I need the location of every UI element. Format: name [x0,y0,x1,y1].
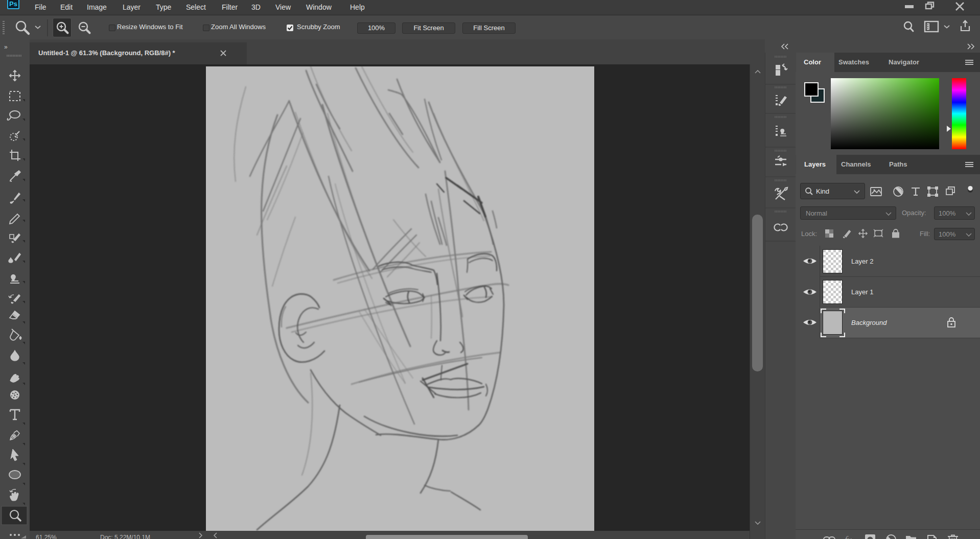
svg-text:fx: fx [845,534,852,539]
svg-text:»: » [4,43,8,51]
